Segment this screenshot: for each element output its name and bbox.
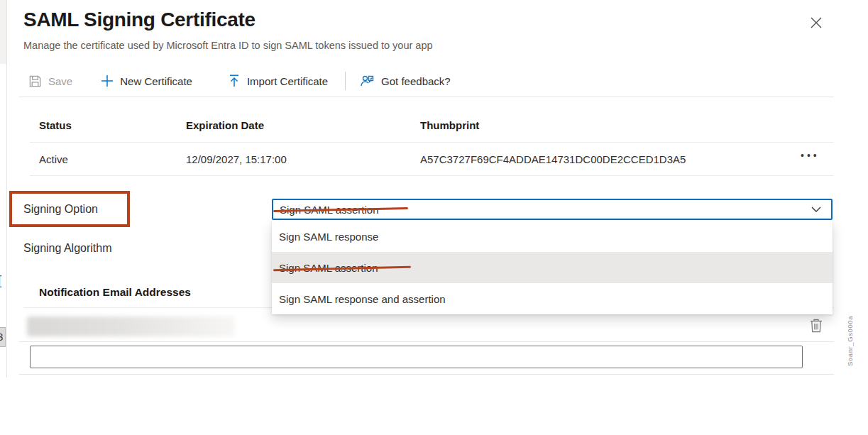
option-sign-saml-assertion[interactable]: Sign SAML assertion bbox=[272, 252, 833, 283]
chevron-down-icon bbox=[811, 207, 821, 213]
annotation-highlight-box bbox=[9, 191, 130, 227]
column-header-thumbprint: Thumbprint bbox=[420, 119, 479, 131]
watermark-text: Soanr_Gs000a bbox=[846, 306, 854, 377]
background-text-fragment: 3 bbox=[0, 327, 6, 347]
column-header-expiration-date: Expiration Date bbox=[186, 119, 264, 131]
save-button[interactable]: Save bbox=[28, 75, 72, 88]
import-certificate-label: Import Certificate bbox=[247, 75, 328, 87]
cell-expiration-date: 12/09/2027, 15:17:00 bbox=[186, 153, 287, 165]
toolbar: Save New Certificate Import Certificate bbox=[28, 70, 451, 92]
page-subtitle: Manage the certificate used by Microsoft… bbox=[23, 40, 433, 51]
feedback-icon bbox=[360, 74, 375, 88]
divider bbox=[30, 175, 834, 176]
divider bbox=[19, 97, 834, 97]
row-context-menu-icon[interactable]: ••• bbox=[801, 150, 820, 161]
divider bbox=[19, 341, 834, 342]
plus-icon bbox=[101, 75, 114, 87]
toolbar-separator bbox=[345, 72, 346, 90]
new-email-input[interactable] bbox=[30, 346, 803, 368]
new-certificate-button[interactable]: New Certificate bbox=[101, 75, 192, 87]
signing-option-listbox: Sign SAML response Sign SAML assertion S… bbox=[272, 221, 833, 314]
delete-email-icon[interactable] bbox=[808, 317, 825, 336]
new-certificate-label: New Certificate bbox=[120, 75, 192, 87]
divider bbox=[30, 142, 834, 143]
saml-signing-certificate-panel: t [ 3 SAML Signing Certificate Manage th… bbox=[0, 0, 868, 435]
option-sign-saml-response-and-assertion[interactable]: Sign SAML response and assertion bbox=[272, 283, 833, 314]
got-feedback-button[interactable]: Got feedback? bbox=[360, 74, 451, 88]
save-icon bbox=[28, 75, 42, 88]
upload-icon bbox=[228, 74, 241, 88]
notification-email-addresses-label: Notification Email Addresses bbox=[39, 286, 191, 299]
import-certificate-button[interactable]: Import Certificate bbox=[228, 74, 328, 88]
page-title: SAML Signing Certificate bbox=[23, 9, 256, 31]
redacted-email-value bbox=[27, 316, 235, 336]
option-sign-saml-response[interactable]: Sign SAML response bbox=[272, 221, 833, 252]
cell-status: Active bbox=[39, 153, 68, 165]
got-feedback-label: Got feedback? bbox=[381, 75, 451, 87]
panel-edge-divider bbox=[6, 0, 7, 378]
save-label: Save bbox=[48, 75, 72, 87]
column-header-status: Status bbox=[39, 119, 72, 131]
signing-algorithm-label: Signing Algorithm bbox=[23, 242, 112, 255]
background-text-fragment: [ bbox=[0, 272, 1, 288]
close-icon[interactable] bbox=[806, 13, 826, 33]
background-page-strip bbox=[0, 0, 6, 64]
divider bbox=[19, 374, 834, 375]
cell-thumbprint: A57C3727F69CF4ADDAE14731DC00DE2CCED1D3A5 bbox=[420, 153, 686, 165]
